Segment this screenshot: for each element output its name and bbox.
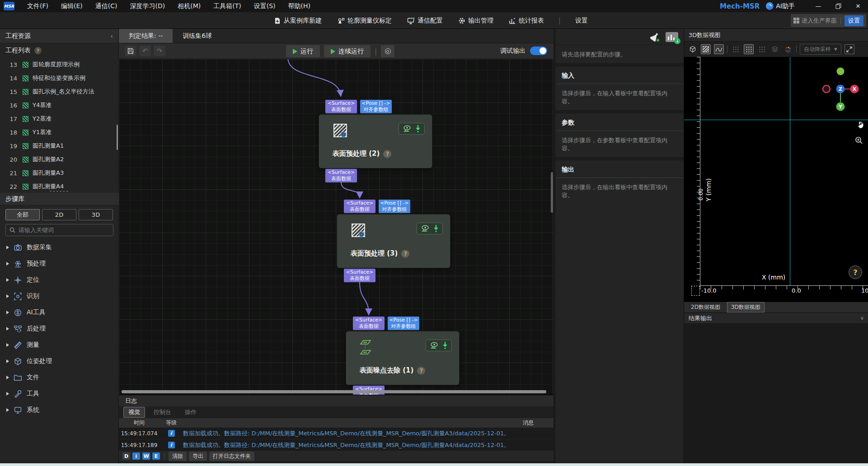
project-list-item[interactable]: 20圆孔测量A2: [0, 153, 118, 166]
project-list-item[interactable]: 19圆孔测量A1: [0, 139, 118, 153]
ai-assistant-button[interactable]: AI助手: [776, 2, 795, 10]
canvas-horizontal-scrollbar[interactable]: [122, 390, 546, 393]
category-recognize[interactable]: 识别: [0, 288, 119, 304]
communication-config-button[interactable]: 通信配置: [407, 17, 443, 25]
minimize-button[interactable]: —: [808, 0, 828, 12]
input-port-surface[interactable]: <Surface>表面数据: [344, 200, 375, 213]
run-button[interactable]: 运行: [286, 45, 320, 57]
menu-toolbox[interactable]: 工具箱(T): [207, 0, 247, 12]
result-output-header[interactable]: 结果输出 ∨: [684, 312, 868, 323]
menu-deep-learning[interactable]: 深度学习(D): [123, 0, 171, 12]
node-help-icon[interactable]: ?: [383, 150, 391, 158]
help-icon[interactable]: ?: [34, 47, 42, 54]
search-input[interactable]: [19, 227, 100, 233]
toolbar-settings-button[interactable]: 设置: [575, 17, 588, 25]
output-management-button[interactable]: 输出管理: [458, 17, 493, 25]
export-report-icon[interactable]: ↓: [666, 32, 678, 42]
expand-arrow-icon[interactable]: [6, 408, 9, 412]
debug-output-toggle[interactable]: [530, 47, 547, 55]
project-list-item[interactable]: 17Y2基准: [0, 112, 118, 126]
collapse-panel-icon[interactable]: ‹: [110, 33, 113, 40]
tab-3d-view[interactable]: 3D数据视图: [727, 302, 765, 312]
flow-canvas[interactable]: <Surface>表面数据 <Pose [] ->对齐参数组 表面预处理 (2)…: [119, 59, 554, 395]
category-data-acquisition[interactable]: 数据采集: [0, 239, 119, 256]
node-surface-noise-removal-1[interactable]: 表面噪点去除 (1)?: [346, 331, 460, 385]
enter-production-button[interactable]: 进入生产界面: [793, 17, 837, 25]
visualize-eye-icon[interactable]: [421, 225, 430, 232]
log-tab-operation[interactable]: 操作: [180, 407, 202, 418]
expand-arrow-icon[interactable]: [6, 359, 9, 363]
undo-button[interactable]: ↶: [139, 46, 151, 56]
profiler-calibration-button[interactable]: 轮廓测量仪标定: [337, 17, 392, 25]
download-result-icon[interactable]: [415, 125, 421, 133]
debug-flask-icon[interactable]: [649, 32, 660, 42]
node-surface-preprocess-3[interactable]: 表面预处理 (3)?: [337, 214, 450, 268]
expand-arrow-icon[interactable]: [6, 343, 9, 347]
project-list-item[interactable]: 13面轮廓度原理示例: [0, 58, 118, 71]
viewport-3d[interactable]: Y (mm) 0.00 X (mm) -10.0 0.0 10.0 Z X Y …: [684, 57, 868, 302]
color-layers-icon[interactable]: [783, 44, 793, 54]
viewer-help-button[interactable]: ?: [849, 266, 862, 279]
node-surface-preprocess-2[interactable]: 表面预处理 (2)?: [319, 114, 432, 168]
restore-button[interactable]: [828, 0, 848, 12]
project-list-item[interactable]: 16Y4基准: [0, 98, 118, 112]
export-log-button[interactable]: 导出: [189, 452, 207, 461]
menu-edit[interactable]: 编辑(E): [55, 0, 89, 12]
filter-debug-button[interactable]: D: [122, 452, 130, 460]
category-pose-process[interactable]: 位姿处理: [0, 353, 119, 369]
input-port-pose[interactable]: <Pose [] ->对齐参数组: [388, 317, 419, 330]
project-list-item[interactable]: 15圆孔示例_名义半径方法: [0, 85, 118, 98]
output-port-surface[interactable]: <Surface>表面数据: [325, 169, 357, 182]
expand-arrow-icon[interactable]: [6, 262, 9, 266]
view-cube-icon[interactable]: [688, 44, 698, 54]
visualize-eye-icon[interactable]: [430, 342, 439, 349]
surface-display-icon[interactable]: [701, 44, 711, 54]
expand-arrow-icon[interactable]: [6, 278, 9, 282]
open-log-folder-button[interactable]: 打开日志文件夹: [209, 452, 254, 461]
category-locate[interactable]: 定位: [0, 272, 119, 288]
zoom-in-icon[interactable]: [855, 136, 863, 144]
save-button[interactable]: [125, 46, 136, 56]
production-settings-button[interactable]: 设置: [845, 15, 863, 26]
filter-info-button[interactable]: i: [132, 452, 140, 460]
fullscreen-icon[interactable]: [845, 44, 854, 54]
new-from-case-button[interactable]: 从案例库新建: [274, 17, 322, 25]
profile-curve-icon[interactable]: [714, 44, 724, 54]
project-list-item[interactable]: 18Y1基准: [0, 126, 118, 139]
category-file[interactable]: 文件: [0, 369, 119, 386]
expand-arrow-icon[interactable]: [6, 311, 9, 314]
redo-button[interactable]: ↷: [154, 46, 165, 56]
input-port-surface[interactable]: <Surface>表面数据: [325, 100, 357, 113]
expand-arrow-icon[interactable]: [6, 392, 9, 396]
point-size-medium-icon[interactable]: [744, 44, 754, 54]
orientation-gizmo[interactable]: Z X Y: [821, 65, 860, 111]
download-result-icon[interactable]: [433, 224, 439, 233]
menu-camera[interactable]: 相机(M): [171, 0, 207, 12]
project-list-item[interactable]: 14特征和位姿变换示例: [0, 71, 118, 85]
category-postprocess[interactable]: 后处理: [0, 321, 119, 337]
point-size-small-icon[interactable]: [731, 44, 741, 54]
expand-arrow-icon[interactable]: [6, 246, 9, 249]
project-list-scrollbar[interactable]: [117, 125, 118, 150]
tab-2d[interactable]: 2D: [42, 209, 76, 220]
menu-communication[interactable]: 通信(C): [89, 0, 124, 12]
tab-all[interactable]: 全部: [5, 209, 40, 220]
log-tab-vision[interactable]: 视觉: [123, 407, 145, 418]
run-continuous-button[interactable]: 连续运行: [324, 45, 371, 57]
expand-arrow-icon[interactable]: [6, 294, 9, 298]
category-preprocess[interactable]: 预处理: [0, 256, 119, 272]
layers-icon[interactable]: [770, 44, 780, 54]
menu-file[interactable]: 文件(F): [21, 0, 55, 12]
expand-arrow-icon[interactable]: [6, 376, 9, 379]
log-tab-console[interactable]: 控制台: [149, 407, 176, 418]
tab-training-set[interactable]: 训练集6球: [173, 29, 222, 43]
filter-error-button[interactable]: E: [152, 452, 160, 460]
visualize-eye-icon[interactable]: [403, 125, 412, 132]
run-settings-button[interactable]: [381, 45, 394, 57]
input-port-surface[interactable]: <Surface>表面数据: [353, 317, 385, 330]
expand-arrow-icon[interactable]: [6, 327, 9, 331]
download-result-icon[interactable]: [442, 341, 448, 350]
output-port-surface[interactable]: <Surface>表面数据: [344, 269, 375, 282]
node-help-icon[interactable]: ?: [417, 367, 425, 375]
menu-settings[interactable]: 设置(S): [248, 0, 282, 12]
